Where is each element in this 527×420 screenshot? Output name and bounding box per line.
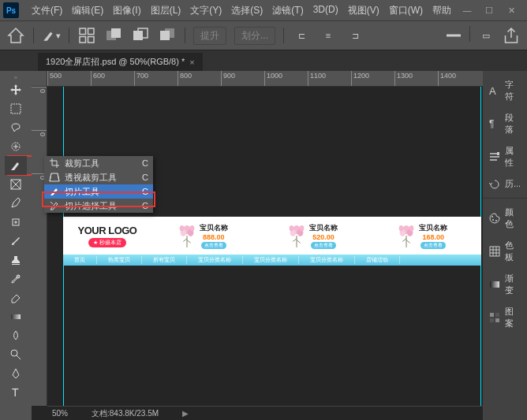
slice-style-icon[interactable] [77, 26, 96, 45]
doc-size: 文档:843.8K/23.5M [92, 408, 159, 419]
share-icon[interactable] [502, 26, 521, 45]
menu-选择(S)[interactable]: 选择(S) [226, 4, 267, 17]
svg-point-33 [409, 225, 414, 231]
panel-label: 历... [505, 178, 521, 190]
brush-tool[interactable] [5, 232, 27, 251]
product-name: 宝贝名称 [309, 223, 338, 233]
window-controls: — ☐ ✕ [461, 4, 524, 17]
svg-rect-11 [11, 104, 21, 113]
healing-tool[interactable] [5, 213, 27, 232]
panel-label: 段落 [505, 112, 521, 136]
divide-button[interactable]: 划分... [234, 27, 275, 45]
persp-icon [49, 172, 60, 183]
svg-rect-43 [495, 313, 499, 317]
menu-窗口(W)[interactable]: 窗口(W) [384, 4, 428, 17]
flyout-shortcut: C [142, 187, 148, 196]
align-left-icon[interactable]: ⊏ [292, 26, 311, 45]
svg-rect-44 [490, 318, 494, 322]
flyout-persp[interactable]: 透视裁剪工具C [44, 170, 153, 184]
svg-rect-5 [111, 28, 121, 38]
promote-button[interactable]: 提升 [193, 27, 226, 45]
type-tool[interactable]: T [5, 383, 27, 402]
panel-label: 颜色 [505, 206, 521, 230]
svg-point-37 [491, 216, 493, 217]
svg-point-39 [495, 220, 497, 221]
lasso-tool[interactable] [5, 118, 27, 137]
arrange-icon[interactable]: ▭ [477, 26, 495, 45]
document-tab[interactable]: 1920全屏店招.psd @ 50%(RGB/8) * × [38, 53, 203, 71]
home-icon[interactable] [6, 26, 25, 45]
maximize-button[interactable]: ☐ [483, 4, 495, 17]
nav-item: 热卖宝贝 [97, 256, 142, 264]
flyout-slice[interactable]: 切片工具C [44, 184, 153, 199]
menu-滤镜(T)[interactable]: 滤镜(T) [267, 4, 308, 17]
stack-front-icon[interactable] [104, 26, 123, 45]
svg-point-38 [492, 219, 494, 221]
nav-item: 宝贝分类名称 [187, 256, 243, 264]
ruler-tick: 800 [178, 71, 221, 86]
panel-label: 图案 [505, 306, 521, 329]
history-brush-tool[interactable] [5, 269, 27, 288]
align-center-icon[interactable]: ≡ [319, 26, 338, 45]
canvas-area: 50060070080090010001100120013001400 000 … [32, 71, 483, 420]
align-right-icon[interactable]: ⊐ [346, 26, 364, 45]
slice-tool-icon[interactable]: ▾ [42, 26, 61, 45]
eyedropper-tool[interactable] [5, 194, 27, 213]
stack-forward-icon[interactable] [131, 26, 150, 45]
tab-title: 1920全屏店招.psd @ 50%(RGB/8) * [46, 56, 185, 68]
menu-图像(I)[interactable]: 图像(I) [108, 4, 145, 17]
svg-rect-1 [88, 28, 95, 35]
slice-icon [49, 186, 60, 197]
nav-item: 首页 [63, 256, 97, 264]
menu-视图(V)[interactable]: 视图(V) [343, 4, 384, 17]
svg-rect-36 [497, 152, 499, 155]
panel-属性[interactable]: 属性 [483, 140, 527, 173]
panel-字符[interactable]: A字符 [483, 74, 527, 107]
close-button[interactable]: ✕ [505, 4, 518, 17]
eraser-tool[interactable] [5, 288, 27, 307]
hide-icon[interactable] [444, 26, 463, 45]
flyout-slicesel[interactable]: 切片选择工具C [44, 199, 153, 213]
tab-close-icon[interactable]: × [189, 58, 194, 67]
menu-文字(Y)[interactable]: 文字(Y) [185, 4, 226, 17]
status-arrow-icon[interactable]: ▶ [182, 409, 189, 418]
menu-文件(F)[interactable]: 文件(F) [27, 4, 67, 17]
pen-tool[interactable] [5, 364, 27, 383]
ruler-tick: 1200 [351, 71, 394, 86]
nav-item: 店铺活动 [355, 256, 400, 264]
menu-帮助[interactable]: 帮助 [428, 4, 456, 17]
panel-历...[interactable]: 历... [483, 173, 527, 195]
flyout-shortcut: C [142, 201, 148, 210]
panel-段落[interactable]: ¶段落 [483, 107, 527, 140]
nav-item: 所有宝贝 [142, 256, 187, 264]
menu-3D(D)[interactable]: 3D(D) [308, 4, 343, 17]
tool-flyout-menu: 裁剪工具C透视裁剪工具C切片工具C切片选择工具C [44, 156, 153, 213]
panel-渐变[interactable]: 渐变 [483, 268, 527, 301]
crop-slice-tool[interactable] [5, 156, 27, 175]
vertical-ruler[interactable]: 000 [32, 87, 47, 406]
blur-tool[interactable] [5, 326, 27, 345]
horizontal-ruler[interactable]: 50060070080090010001100120013001400 [47, 71, 483, 87]
panel-颜色[interactable]: 颜色 [483, 202, 527, 235]
panel-色板[interactable]: 色板 [483, 235, 527, 268]
minimize-button[interactable]: — [461, 4, 473, 17]
quick-select-tool[interactable] [5, 137, 27, 156]
canvas-viewport[interactable]: YOUR LOGO ★秒摄本店 宝贝名称888.00点击查看宝贝名称520.00… [47, 87, 483, 406]
panel-label: 属性 [505, 145, 521, 169]
stack-back-icon[interactable] [158, 26, 177, 45]
menu-图层(L)[interactable]: 图层(L) [146, 4, 186, 17]
gradient-tool[interactable] [5, 307, 27, 326]
move-tool[interactable] [5, 80, 27, 99]
menu-编辑(E)[interactable]: 编辑(E) [67, 4, 108, 17]
frame-tool[interactable] [5, 175, 27, 194]
svg-point-23 [189, 225, 194, 231]
panel-图案[interactable]: 图案 [483, 301, 527, 334]
svg-text:T: T [12, 386, 19, 399]
dodge-tool[interactable] [5, 345, 27, 364]
zoom-level[interactable]: 50% [52, 409, 68, 418]
stamp-tool[interactable] [5, 251, 27, 269]
svg-point-27 [290, 225, 294, 231]
flyout-crop[interactable]: 裁剪工具C [44, 156, 153, 170]
marquee-tool[interactable] [5, 99, 27, 118]
ruler-tick: 900 [221, 71, 264, 86]
